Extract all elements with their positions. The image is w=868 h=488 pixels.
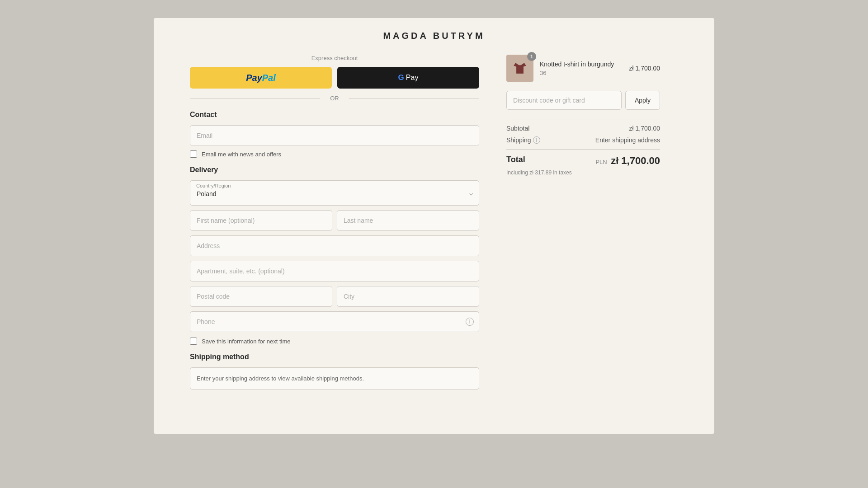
city-input[interactable] xyxy=(337,286,479,307)
phone-wrapper: i xyxy=(190,311,479,332)
store-name: MAGDA BUTRYM xyxy=(154,18,714,50)
total-tax: Including zł 317.89 in taxes xyxy=(506,169,660,176)
item-name: Knotted t-shirt in burgundy xyxy=(540,61,623,68)
contact-section-title: Contact xyxy=(190,111,479,119)
postal-code-input[interactable] xyxy=(190,286,332,307)
shipping-info-icon[interactable]: i xyxy=(533,136,540,144)
apply-discount-button[interactable]: Apply xyxy=(625,91,660,110)
item-image-wrapper: 1 xyxy=(506,55,533,82)
country-select-wrapper: Country/Region Poland ⌵ xyxy=(190,180,479,206)
paypal-logo: PayPal xyxy=(246,73,276,83)
shipping-value: Enter shipping address xyxy=(595,136,660,144)
right-column: 1 Knotted t-shirt in burgundy 36 zł 1,70… xyxy=(506,50,660,434)
discount-row: Apply xyxy=(506,91,660,110)
postal-city-row xyxy=(190,286,479,311)
delivery-section-title: Delivery xyxy=(190,166,479,174)
total-label: Total xyxy=(506,155,525,164)
item-size: 36 xyxy=(540,70,623,76)
total-price: zł 1,700.00 xyxy=(611,155,660,166)
total-row: Total PLN zł 1,700.00 xyxy=(506,155,660,167)
gpay-pay-text: Pay xyxy=(406,74,419,82)
total-currency: PLN xyxy=(595,159,607,165)
shipping-method-title: Shipping method xyxy=(190,353,479,361)
summary-divider-top xyxy=(506,119,660,119)
gpay-button[interactable]: G Pay xyxy=(337,67,479,89)
newsletter-label: Email me with news and offers xyxy=(202,151,281,158)
main-container: MAGDA BUTRYM Express checkout PayPal G P… xyxy=(154,18,714,434)
shipping-row: Shipping i Enter shipping address xyxy=(506,136,660,144)
save-info-row: Save this information for next time xyxy=(190,338,479,345)
shipping-label: Shipping i xyxy=(506,136,540,144)
subtotal-value: zł 1,700.00 xyxy=(629,125,660,132)
gpay-g-letter: G xyxy=(398,73,404,82)
last-name-input[interactable] xyxy=(337,210,479,231)
express-buttons: PayPal G Pay xyxy=(190,67,479,89)
name-row xyxy=(190,210,479,235)
email-input[interactable] xyxy=(190,125,479,146)
subtotal-label: Subtotal xyxy=(506,125,529,132)
discount-input[interactable] xyxy=(506,91,622,110)
or-divider: OR xyxy=(190,95,479,102)
paypal-button[interactable]: PayPal xyxy=(190,67,332,89)
item-quantity-badge: 1 xyxy=(527,52,536,61)
phone-info-icon[interactable]: i xyxy=(466,318,474,326)
item-info: Knotted t-shirt in burgundy 36 xyxy=(540,61,623,76)
address-input[interactable] xyxy=(190,235,479,256)
country-select[interactable]: Poland xyxy=(190,180,479,206)
shipping-method-box: Enter your shipping address to view avai… xyxy=(190,367,479,389)
save-info-label: Save this information for next time xyxy=(202,338,291,345)
express-checkout-label: Express checkout xyxy=(190,55,479,61)
checkout-body: Express checkout PayPal G Pay OR Contact xyxy=(154,50,714,434)
left-column: Express checkout PayPal G Pay OR Contact xyxy=(190,50,479,434)
newsletter-checkbox[interactable] xyxy=(190,150,197,158)
save-info-checkbox[interactable] xyxy=(190,338,197,345)
total-price-group: PLN zł 1,700.00 xyxy=(595,155,660,167)
first-name-input[interactable] xyxy=(190,210,332,231)
phone-input[interactable] xyxy=(190,311,479,332)
item-price: zł 1,700.00 xyxy=(629,65,660,72)
newsletter-row: Email me with news and offers xyxy=(190,150,479,158)
summary-divider-bottom xyxy=(506,149,660,150)
tshirt-icon xyxy=(511,60,528,77)
apartment-input[interactable] xyxy=(190,261,479,282)
order-item: 1 Knotted t-shirt in burgundy 36 zł 1,70… xyxy=(506,55,660,82)
subtotal-row: Subtotal zł 1,700.00 xyxy=(506,125,660,132)
